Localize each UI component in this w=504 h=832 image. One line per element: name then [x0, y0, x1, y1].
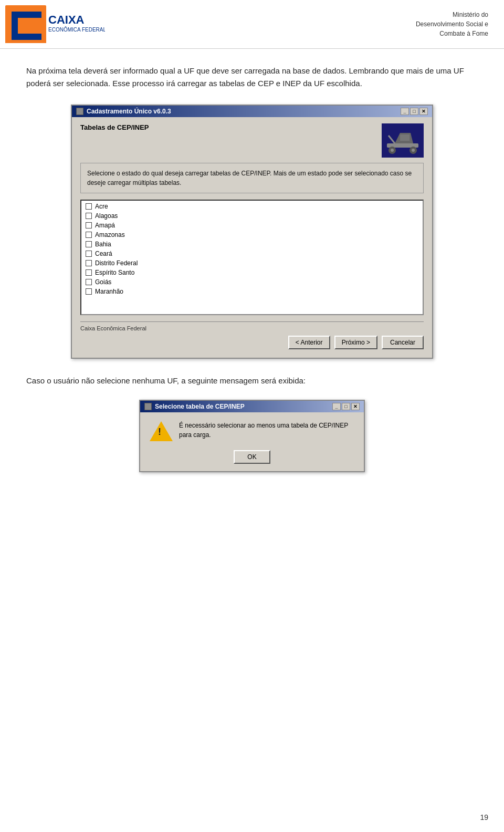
svg-text:ECONÔMICA FEDERAL: ECONÔMICA FEDERAL	[48, 26, 105, 33]
minimize-button[interactable]: _	[401, 108, 409, 115]
section-title-text: Tabelas de CEP/INEP	[80, 123, 149, 131]
state-label: Acre	[95, 203, 108, 210]
main-content: Na próxima tela deverá ser informado qua…	[0, 49, 504, 493]
list-item[interactable]: Bahia	[81, 240, 423, 249]
caixa-logo: CAIXA ECONÔMICA FEDERAL	[5, 5, 105, 43]
state-label: Maranhão	[95, 288, 123, 295]
state-checkbox[interactable]	[86, 222, 92, 228]
close-button[interactable]: ✕	[419, 108, 428, 115]
titlebar-icon	[76, 108, 83, 115]
alert-maximize-button[interactable]: □	[342, 403, 350, 410]
state-checkbox[interactable]	[86, 260, 92, 266]
alert-message: É necessário selecionar ao menos uma tab…	[179, 421, 353, 440]
page-number: 19	[480, 813, 488, 821]
list-item[interactable]: Distrito Federal	[81, 258, 423, 268]
maximize-button[interactable]: □	[410, 108, 418, 115]
svg-text:CAIXA: CAIXA	[48, 13, 85, 26]
state-checkbox[interactable]	[86, 213, 92, 219]
state-checkbox[interactable]	[86, 251, 92, 257]
warning-icon	[151, 421, 172, 442]
state-list: AcreAlagoasAmapáAmazonasBahiaCearáDistri…	[81, 201, 423, 297]
svg-rect-2	[34, 34, 41, 40]
state-checkbox[interactable]	[86, 288, 92, 295]
state-checkbox[interactable]	[86, 269, 92, 276]
svg-point-9	[412, 149, 415, 152]
footer-label: Caixa Econômica Federal	[80, 321, 424, 331]
description-text: Selecione o estado do qual deseja carreg…	[87, 170, 412, 186]
state-label: Amazonas	[95, 231, 125, 238]
alert-controls[interactable]: _ □ ✕	[332, 403, 360, 410]
alert-minimize-button[interactable]: _	[332, 403, 341, 410]
alert-title: Selecione tabela de CEP/INEP	[155, 403, 245, 410]
description-box: Selecione o estado do qual deseja carreg…	[80, 163, 424, 193]
list-item[interactable]: Acre	[81, 202, 423, 211]
logo-area: CAIXA ECONÔMICA FEDERAL	[5, 5, 105, 43]
alert-footer: OK	[140, 450, 364, 471]
list-item[interactable]: Alagoas	[81, 211, 423, 221]
dialog-header-row: Tabelas de CEP/INEP	[80, 123, 424, 158]
state-checkbox[interactable]	[86, 203, 92, 210]
main-dialog-body: Tabelas de CEP/INEP	[72, 117, 432, 358]
state-label: Amapá	[95, 222, 115, 229]
list-item[interactable]: Espírito Santo	[81, 268, 423, 277]
state-checkbox[interactable]	[86, 241, 92, 247]
list-item[interactable]: Amazonas	[81, 230, 423, 240]
state-label: Bahia	[95, 241, 111, 248]
section-title: Tabelas de CEP/INEP	[80, 123, 149, 138]
svg-point-8	[391, 149, 394, 152]
ministry-text: Ministério do Desenvolvimento Social e C…	[416, 10, 488, 38]
state-label: Goiás	[95, 278, 111, 286]
alert-titlebar: Selecione tabela de CEP/INEP _ □ ✕	[140, 401, 364, 412]
intro-paragraph: Na próxima tela deverá ser informado qua…	[26, 65, 478, 90]
alert-titlebar-left: Selecione tabela de CEP/INEP	[144, 403, 245, 410]
main-dialog-titlebar: Cadastramento Único v6.0.3 _ □ ✕	[72, 106, 432, 117]
dialog-logo-svg	[384, 125, 421, 157]
list-item[interactable]: Ceará	[81, 249, 423, 258]
main-dialog-window: Cadastramento Único v6.0.3 _ □ ✕ Tabelas…	[71, 105, 433, 359]
list-item[interactable]: Goiás	[81, 277, 423, 287]
alert-close-button[interactable]: ✕	[351, 403, 360, 410]
next-button[interactable]: Próximo >	[334, 336, 377, 349]
state-checkbox[interactable]	[86, 279, 92, 285]
state-checkbox[interactable]	[86, 232, 92, 238]
alert-dialog: Selecione tabela de CEP/INEP _ □ ✕ É nec…	[139, 400, 365, 472]
state-label: Alagoas	[95, 212, 118, 220]
warning-triangle	[150, 421, 173, 441]
dialog-footer: Caixa Econômica Federal < Anterior Próxi…	[80, 321, 424, 349]
state-label: Ceará	[95, 250, 112, 257]
dialog-logo	[382, 123, 424, 158]
dialog-buttons: < Anterior Próximo > Cancelar	[80, 336, 424, 349]
list-item[interactable]: Amapá	[81, 221, 423, 230]
dialog-title: Cadastramento Único v6.0.3	[87, 108, 171, 115]
svg-line-12	[388, 136, 395, 143]
previous-button[interactable]: < Anterior	[288, 336, 330, 349]
state-label: Espírito Santo	[95, 269, 134, 276]
state-list-container[interactable]: AcreAlagoasAmapáAmazonasBahiaCearáDistri…	[80, 200, 424, 315]
svg-rect-1	[34, 12, 41, 18]
page-header: CAIXA ECONÔMICA FEDERAL Ministério do De…	[0, 0, 504, 49]
titlebar-left: Cadastramento Único v6.0.3	[76, 108, 171, 115]
ok-button[interactable]: OK	[234, 450, 270, 464]
cancel-button[interactable]: Cancelar	[382, 336, 424, 349]
alert-body: É necessário selecionar ao menos uma tab…	[140, 412, 364, 450]
alert-title-icon	[144, 403, 152, 410]
second-paragraph: Caso o usuário não selecione nenhuma UF,…	[26, 375, 478, 387]
state-label: Distrito Federal	[95, 259, 138, 267]
list-item[interactable]: Maranhão	[81, 287, 423, 296]
svg-rect-11	[400, 134, 410, 141]
dialog-controls[interactable]: _ □ ✕	[401, 108, 428, 115]
